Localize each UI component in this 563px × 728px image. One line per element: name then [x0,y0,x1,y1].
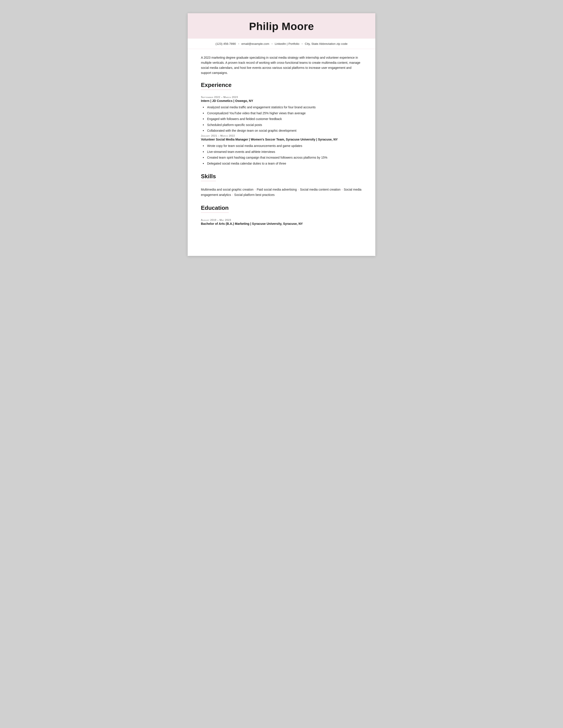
skill-sep-3: ◦ [342,188,343,191]
candidate-name: Philip Moore [201,20,362,32]
skills-title: Skills [201,173,216,181]
education-heading-wrapper: Education [201,205,362,216]
job-1: September 2022 – March 2023 Intern | JD … [201,96,362,133]
skills-section: Skills Multimedia and social graphic cre… [201,173,362,198]
summary-text: A 2023 marketing degree graduate special… [201,55,362,75]
separator-2: ◦ [271,42,272,45]
resume-page: Philip Moore (123) 456-7890 ◦ email@exam… [188,13,375,256]
contact-bar: (123) 456-7890 ◦ email@example.com ◦ Lin… [188,39,375,49]
experience-heading-wrapper: Experience [201,82,362,94]
job-1-title: Intern | JD Cosmetics | Oswego, NY [201,99,362,103]
list-item: Engaged with followers and fielded custo… [203,116,362,121]
list-item: Live-streamed team events and athlete in… [203,149,362,154]
experience-section: Experience September 2022 – March 2023 I… [201,82,362,166]
skills-text: Multimedia and social graphic creation◦P… [201,187,362,198]
skill-5: Social platform best practices [234,193,274,197]
content-area: A 2023 marketing degree graduate special… [188,49,375,225]
education-entry-1: August 2019 – May 2023 Bachelor of Arts … [201,219,362,225]
job-2: January 2021 – March 2022 Volunteer Soci… [201,134,362,166]
skill-2: Paid social media advertising [257,188,297,191]
list-item: Analyzed social media traffic and engage… [203,105,362,110]
skills-heading-wrapper: Skills [201,173,362,185]
education-section: Education August 2019 – May 2023 Bachelo… [201,205,362,225]
location: City, State Abbreviation zip code [305,42,348,45]
list-item: Wrote copy for team social media announc… [203,143,362,148]
job-1-bullets: Analyzed social media traffic and engage… [201,105,362,133]
skill-sep-2: ◦ [298,188,299,191]
job-1-date: September 2022 – March 2023 [201,96,362,98]
list-item: Created team spirit hashtag campaign tha… [203,155,362,160]
separator-1: ◦ [238,42,239,45]
education-date: August 2019 – May 2023 [201,219,362,221]
education-title: Education [201,205,229,213]
job-2-title: Volunteer Social Media Manager | Women's… [201,138,362,141]
job-2-bullets: Wrote copy for team social media announc… [201,143,362,166]
skill-1: Multimedia and social graphic creation [201,188,253,191]
list-item: Scheduled platform-specific social posts [203,122,362,127]
job-2-date: January 2021 – March 2022 [201,134,362,137]
skill-sep-1: ◦ [254,188,256,191]
list-item: Collaborated with the design team on soc… [203,128,362,133]
experience-title: Experience [201,82,231,90]
list-item: Delegated social media calendar duties t… [203,161,362,166]
skill-sep-4: ◦ [232,193,233,197]
header-section: Philip Moore [188,13,375,39]
list-item: Conceptualized YouTube video that had 25… [203,111,362,116]
phone: (123) 456-7890 [215,42,236,45]
skill-3: Social media content creation [300,188,341,191]
linkedin-portfolio: LinkedIn | Portfolio [274,42,300,45]
separator-3: ◦ [302,42,303,45]
education-degree: Bachelor of Arts (B.A.) Marketing | Syra… [201,222,362,225]
email: email@example.com [241,42,269,45]
